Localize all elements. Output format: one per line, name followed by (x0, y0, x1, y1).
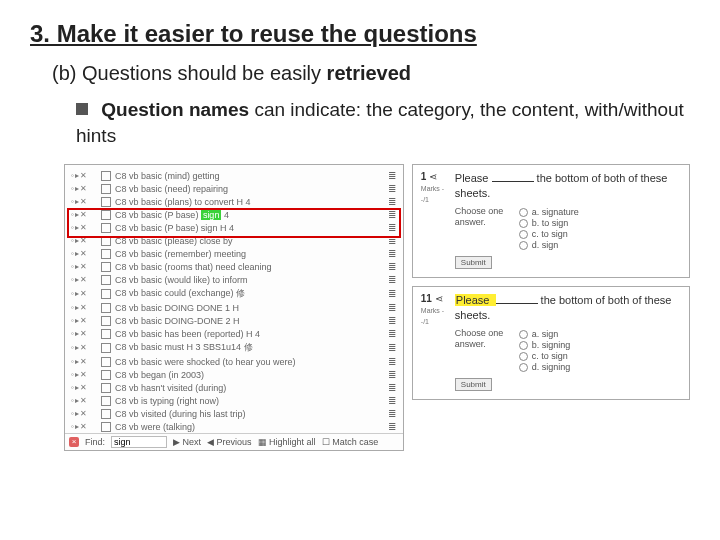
row-checkbox[interactable] (101, 383, 111, 393)
list-menu-icon[interactable]: ≣ (388, 235, 397, 246)
answer-option[interactable]: c. to sign (519, 351, 571, 361)
question-row[interactable]: ◦▸✕C8 vb basic has been (reported) H 4≣ (65, 327, 403, 340)
question-row[interactable]: ◦▸✕C8 vb were (talking)≣ (65, 420, 403, 433)
row-action-icons[interactable]: ◦▸✕ (71, 383, 101, 392)
answer-option[interactable]: c. to sign (519, 229, 579, 239)
row-checkbox[interactable] (101, 329, 111, 339)
list-menu-icon[interactable]: ≣ (388, 315, 397, 326)
row-checkbox[interactable] (101, 370, 111, 380)
list-menu-icon[interactable]: ≣ (388, 369, 397, 380)
radio-icon[interactable] (519, 241, 528, 250)
list-menu-icon[interactable]: ≣ (388, 248, 397, 259)
row-checkbox[interactable] (101, 343, 111, 353)
row-action-icons[interactable]: ◦▸✕ (71, 370, 101, 379)
list-menu-icon[interactable]: ≣ (388, 183, 397, 194)
row-checkbox[interactable] (101, 357, 111, 367)
row-action-icons[interactable]: ◦▸✕ (71, 223, 101, 232)
list-menu-icon[interactable]: ≣ (388, 328, 397, 339)
row-action-icons[interactable]: ◦▸✕ (71, 171, 101, 180)
radio-icon[interactable] (519, 208, 528, 217)
list-menu-icon[interactable]: ≣ (388, 408, 397, 419)
row-checkbox[interactable] (101, 303, 111, 313)
list-menu-icon[interactable]: ≣ (388, 196, 397, 207)
row-action-icons[interactable]: ◦▸✕ (71, 197, 101, 206)
question-row[interactable]: ◦▸✕C8 vb basic (would like) to inform≣ (65, 273, 403, 286)
question-row[interactable]: ◦▸✕C8 vb began (in 2003)≣ (65, 368, 403, 381)
question-row[interactable]: ◦▸✕C8 vb basic (rooms that) need cleanin… (65, 260, 403, 273)
row-action-icons[interactable]: ◦▸✕ (71, 262, 101, 271)
answer-option[interactable]: a. sign (519, 329, 571, 339)
row-action-icons[interactable]: ◦▸✕ (71, 210, 101, 219)
row-checkbox[interactable] (101, 171, 111, 181)
find-next-button[interactable]: ▶ Next (173, 437, 201, 447)
list-menu-icon[interactable]: ≣ (388, 395, 397, 406)
find-prev-button[interactable]: ◀ Previous (207, 437, 252, 447)
list-menu-icon[interactable]: ≣ (388, 382, 397, 393)
list-menu-icon[interactable]: ≣ (388, 209, 397, 220)
radio-icon[interactable] (519, 330, 528, 339)
row-checkbox[interactable] (101, 210, 111, 220)
row-checkbox[interactable] (101, 236, 111, 246)
row-checkbox[interactable] (101, 396, 111, 406)
row-checkbox[interactable] (101, 223, 111, 233)
radio-icon[interactable] (519, 230, 528, 239)
question-row[interactable]: ◦▸✕C8 vb basic (P base) sign 4≣ (65, 208, 403, 221)
list-menu-icon[interactable]: ≣ (388, 274, 397, 285)
row-action-icons[interactable]: ◦▸✕ (71, 184, 101, 193)
question-row[interactable]: ◦▸✕C8 vb basic DOING-DONE 2 H≣ (65, 314, 403, 327)
question-row[interactable]: ◦▸✕C8 vb is typing (right now)≣ (65, 394, 403, 407)
row-action-icons[interactable]: ◦▸✕ (71, 316, 101, 325)
answer-option[interactable]: a. signature (519, 207, 579, 217)
question-row[interactable]: ◦▸✕C8 vb basic (remember) meeting≣ (65, 247, 403, 260)
list-menu-icon[interactable]: ≣ (388, 302, 397, 313)
row-action-icons[interactable]: ◦▸✕ (71, 396, 101, 405)
row-checkbox[interactable] (101, 184, 111, 194)
radio-icon[interactable] (519, 341, 528, 350)
question-row[interactable]: ◦▸✕C8 vb basic DOING DONE 1 H≣ (65, 301, 403, 314)
question-row[interactable]: ◦▸✕C8 vb basic (plans) to convert H 4≣ (65, 195, 403, 208)
radio-icon[interactable] (519, 352, 528, 361)
find-input[interactable] (111, 436, 167, 448)
row-action-icons[interactable]: ◦▸✕ (71, 343, 101, 352)
list-menu-icon[interactable]: ≣ (388, 421, 397, 432)
list-menu-icon[interactable]: ≣ (388, 222, 397, 233)
highlight-all-toggle[interactable]: ▦ Highlight all (258, 437, 316, 447)
question-row[interactable]: ◦▸✕C8 vb hasn't visited (during)≣ (65, 381, 403, 394)
question-row[interactable]: ◦▸✕C8 vb basic could (exchange) 修≣ (65, 286, 403, 301)
question-row[interactable]: ◦▸✕C8 vb basic must H 3 SBS1u14 修≣ (65, 340, 403, 355)
list-menu-icon[interactable]: ≣ (388, 288, 397, 299)
answer-option[interactable]: d. sign (519, 240, 579, 250)
row-action-icons[interactable]: ◦▸✕ (71, 329, 101, 338)
submit-button[interactable]: Submit (455, 256, 492, 269)
submit-button[interactable]: Submit (455, 378, 492, 391)
question-row[interactable]: ◦▸✕C8 vb basic (please) close by≣ (65, 234, 403, 247)
row-checkbox[interactable] (101, 316, 111, 326)
list-menu-icon[interactable]: ≣ (388, 170, 397, 181)
row-action-icons[interactable]: ◦▸✕ (71, 289, 101, 298)
answer-option[interactable]: b. to sign (519, 218, 579, 228)
row-checkbox[interactable] (101, 289, 111, 299)
row-action-icons[interactable]: ◦▸✕ (71, 303, 101, 312)
radio-icon[interactable] (519, 363, 528, 372)
list-menu-icon[interactable]: ≣ (388, 356, 397, 367)
question-row[interactable]: ◦▸✕C8 vb basic (need) repairing≣ (65, 182, 403, 195)
row-checkbox[interactable] (101, 409, 111, 419)
row-checkbox[interactable] (101, 249, 111, 259)
match-case-toggle[interactable]: ☐ Match case (322, 437, 379, 447)
row-checkbox[interactable] (101, 197, 111, 207)
row-action-icons[interactable]: ◦▸✕ (71, 275, 101, 284)
question-row[interactable]: ◦▸✕C8 vb basic were shocked (to hear you… (65, 355, 403, 368)
list-menu-icon[interactable]: ≣ (388, 261, 397, 272)
row-action-icons[interactable]: ◦▸✕ (71, 249, 101, 258)
row-checkbox[interactable] (101, 422, 111, 432)
close-icon[interactable]: × (69, 437, 79, 447)
row-checkbox[interactable] (101, 275, 111, 285)
question-row[interactable]: ◦▸✕C8 vb basic (mind) getting≣ (65, 169, 403, 182)
row-action-icons[interactable]: ◦▸✕ (71, 422, 101, 431)
row-action-icons[interactable]: ◦▸✕ (71, 236, 101, 245)
row-checkbox[interactable] (101, 262, 111, 272)
radio-icon[interactable] (519, 219, 528, 228)
question-row[interactable]: ◦▸✕C8 vb basic (P base) sign H 4≣ (65, 221, 403, 234)
answer-option[interactable]: b. signing (519, 340, 571, 350)
question-row[interactable]: ◦▸✕C8 vb visited (during his last trip)≣ (65, 407, 403, 420)
